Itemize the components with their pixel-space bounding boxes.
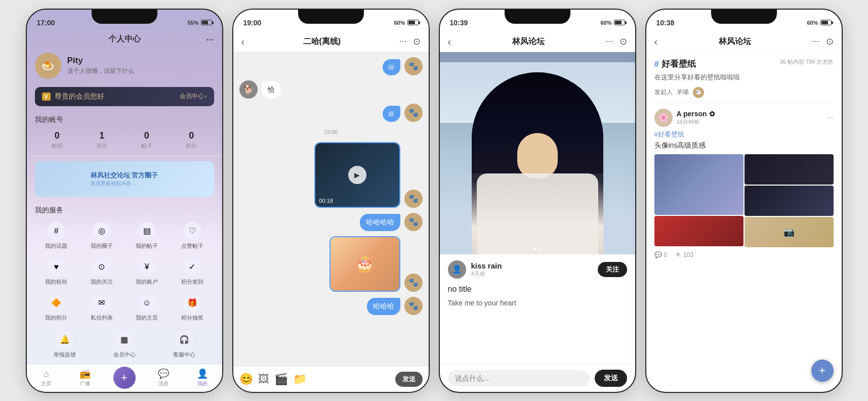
service-account[interactable]: ¥ 我的账户 — [126, 255, 169, 289]
back-button-4[interactable]: ‹ — [654, 36, 658, 48]
nav-profile[interactable]: 👤 我的 — [183, 368, 222, 387]
page-title-1: 个人中心 ··· — [27, 32, 222, 49]
record-icon-3[interactable]: ⊙ — [619, 36, 627, 47]
service-title: 我的服务 — [27, 202, 222, 217]
comment-num: 0 — [664, 251, 668, 258]
video-call-icon[interactable]: ⊙ — [413, 36, 421, 47]
service-lottery[interactable]: 🎁 积分抽奖 — [171, 291, 214, 325]
post-more-icon[interactable]: ··· — [826, 113, 833, 122]
more-icon-3[interactable]: ··· — [605, 36, 613, 47]
forum-icons-3: ··· ⊙ — [605, 36, 627, 47]
account-svc-label: 我的账户 — [136, 278, 158, 286]
fans-icon: ♥ — [47, 258, 65, 276]
service-circles[interactable]: ◎ 我的圈子 — [80, 219, 123, 253]
service-checkin[interactable]: ✓ 积分签到 — [171, 255, 214, 289]
message-sent-1: 🐾 iII — [239, 57, 423, 75]
record-icon-4[interactable]: ⊙ — [826, 36, 834, 47]
vip-link[interactable]: 会员中心 › — [180, 92, 207, 101]
stat-follow[interactable]: 1 关注 — [96, 130, 107, 150]
stat-fans[interactable]: 0 粉丝 — [52, 130, 63, 150]
stat-points[interactable]: 0 积分 — [186, 130, 197, 150]
creator-name: 羊喵 — [677, 88, 689, 97]
nav-home[interactable]: ⌂ 主页 — [27, 369, 66, 387]
report-label: 举报反馈 — [54, 351, 76, 359]
forum-title-4: 林风论坛 — [719, 36, 751, 47]
grid-img-2[interactable] — [745, 154, 834, 185]
sender-avatar-4: 🐾 — [404, 213, 423, 231]
creator-avatar: 🐑 — [693, 87, 704, 98]
follow-button[interactable]: 关注 — [598, 262, 627, 277]
vip-section[interactable]: V 尊贵的会员您好 会员中心 › — [35, 87, 214, 106]
sender-avatar-5: 🐾 — [404, 274, 423, 292]
image-bubble[interactable]: 🎂 — [329, 236, 400, 292]
battery-text-1: 55% — [187, 20, 198, 26]
video-bubble[interactable]: ▶ 00:18 — [314, 142, 400, 208]
grid-img-5[interactable]: 📷 — [745, 217, 834, 247]
nav-broadcast[interactable]: 📻 广播 — [66, 368, 105, 387]
post-tag[interactable]: #好看壁纸 — [654, 130, 834, 139]
message-bubble-3: iII — [383, 106, 400, 122]
nav-add-button[interactable]: + — [113, 367, 136, 389]
messages-icon: 💬 — [158, 368, 169, 379]
nav-add-wrapper: + — [105, 367, 144, 389]
my-posts-icon: ▤ — [138, 222, 156, 240]
vip-badge: V — [42, 93, 51, 101]
play-button[interactable]: ▶ — [348, 166, 366, 184]
membership-icon: ▦ — [115, 331, 134, 349]
service-points[interactable]: 🔶 我的积分 — [35, 291, 78, 325]
notch-3 — [505, 10, 570, 24]
video-icon[interactable]: 🎬 — [274, 373, 288, 386]
messages-list: 🐾 iII 🐕 恰 🐾 iII 19:00 🐾 ▶ 00:18 🐾 哈哈哈哈 — [233, 52, 429, 366]
service-profile[interactable]: ☺ 我的主页 — [126, 291, 169, 325]
comment-count[interactable]: 💬 0 — [654, 251, 668, 258]
service-fans[interactable]: ♥ 我的粉丝 — [35, 255, 78, 289]
service-posts[interactable]: ▤ 我的帖子 — [126, 219, 169, 253]
grid-img-4[interactable] — [745, 186, 834, 216]
back-button-2[interactable]: ‹ — [241, 36, 245, 48]
broadcast-icon: 📻 — [79, 368, 91, 379]
emoji-icon[interactable]: 😊 — [239, 373, 253, 386]
image-icon[interactable]: 🖼 — [258, 373, 269, 386]
grid-img-1[interactable] — [654, 154, 743, 215]
comment-input[interactable] — [448, 370, 590, 386]
folder-icon[interactable]: 📁 — [293, 373, 307, 386]
post-text: 头像ins高级质感 — [654, 141, 834, 150]
vip-text: 尊贵的会员您好 — [55, 92, 104, 101]
more-icon-1[interactable]: ··· — [206, 35, 214, 46]
notch-1 — [92, 10, 157, 24]
service-liked[interactable]: ♡ 点赞帖子 — [171, 219, 214, 253]
following-label: 我的关注 — [91, 278, 113, 286]
user-info: Pity 这个人很懒，没留下什么 — [67, 56, 134, 75]
forum-title-3: 林风论坛 — [512, 36, 545, 47]
battery-pct-3: 60% — [600, 20, 611, 26]
send-button[interactable]: 发送 — [395, 372, 423, 387]
post-time-4: 16分钟前 — [677, 118, 715, 126]
more-icon-4[interactable]: ··· — [812, 36, 819, 47]
profile-icon: ☺ — [138, 294, 156, 312]
stat-posts[interactable]: 0 帖子 — [141, 130, 152, 150]
service-following[interactable]: ⊙ 我的关注 — [80, 255, 123, 289]
comment-icon: 💬 — [654, 251, 662, 258]
time-4: 10:38 — [656, 19, 675, 27]
nav-messages[interactable]: 💬 消息 — [144, 368, 183, 387]
input-bar: 😊 🖼 🎬 📁 发送 — [233, 366, 429, 392]
service-report[interactable]: 🔔 举报反馈 — [35, 328, 95, 362]
support-label: 客服中心 — [173, 351, 195, 359]
grid-img-3[interactable] — [654, 216, 743, 246]
fab-button[interactable]: + — [811, 360, 834, 382]
service-membership[interactable]: ▦ 会员中心 — [95, 328, 154, 362]
profile-label: 我的主页 — [136, 314, 158, 322]
checkin-icon: ✓ — [183, 258, 201, 276]
send-button-3[interactable]: 发送 — [595, 370, 627, 387]
service-support[interactable]: 🎧 客服中心 — [154, 328, 214, 362]
service-dm[interactable]: ✉ 私信列表 — [80, 291, 123, 325]
topics-label: 我的话题 — [45, 242, 67, 250]
image-grid: 📷 — [654, 154, 834, 247]
service-topics[interactable]: # 我的话题 — [35, 219, 78, 253]
message-bubble-1: iII — [383, 59, 400, 75]
forum-banner[interactable]: 林风社交论坛 官方圈子 发现更多精彩内容 ... — [35, 161, 214, 197]
battery-icon-2 — [407, 20, 419, 25]
back-button-3[interactable]: ‹ — [448, 36, 451, 48]
more-icon-2[interactable]: ··· — [399, 36, 406, 47]
message-video-1: 🐾 ▶ 00:18 — [239, 142, 423, 208]
